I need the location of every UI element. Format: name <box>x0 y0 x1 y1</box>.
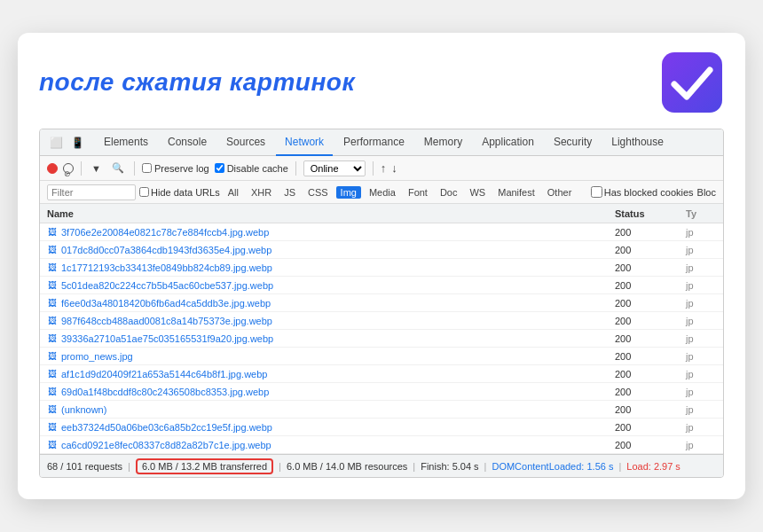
table-row[interactable]: 🖼(unknown)200jp <box>40 401 723 419</box>
devtools-table: Name Status Ty 🖼3f706e2e20084e0821c78c7e… <box>40 204 723 454</box>
tab-console[interactable]: Console <box>159 129 216 156</box>
row-type: jp <box>679 351 723 362</box>
row-thumbnail-icon: 🖼 <box>47 351 58 362</box>
row-filename: 1c17712193cb33413fe0849bb824cb89.jpg.web… <box>61 262 272 273</box>
row-type: jp <box>679 298 723 309</box>
row-thumbnail-icon: 🖼 <box>47 387 58 397</box>
filter-doc[interactable]: Doc <box>436 186 462 199</box>
preserve-log-checkbox[interactable] <box>142 163 152 173</box>
row-status: 200 <box>608 422 679 433</box>
disable-cache-text: Disable cache <box>227 163 288 174</box>
upload-icon[interactable]: ↑ <box>381 161 387 175</box>
row-filename: 987f648ccb488aad0081c8a14b75373e.jpg.web… <box>61 316 272 326</box>
table-body: 🖼3f706e2e20084e0821c78c7e884fccb4.jpg.we… <box>40 223 723 454</box>
table-row[interactable]: 🖼69d0a1f48bcddf8c80c2436508bc8353.jpg.we… <box>40 383 723 401</box>
filter-js[interactable]: JS <box>279 186 300 199</box>
tab-security[interactable]: Security <box>545 129 601 156</box>
filter-media[interactable]: Media <box>365 186 400 199</box>
hide-data-urls-checkbox[interactable] <box>139 187 149 197</box>
table-row[interactable]: 🖼af1c1d9d20409f21a653a5144c64b8f1.jpg.we… <box>40 365 723 383</box>
filter-input[interactable] <box>47 184 136 200</box>
tab-sources[interactable]: Sources <box>217 129 274 156</box>
tab-elements[interactable]: Elements <box>95 129 157 156</box>
filter-xhr[interactable]: XHR <box>247 186 276 199</box>
filter-other[interactable]: Other <box>543 186 577 199</box>
tab-memory[interactable]: Memory <box>415 129 471 156</box>
row-status: 200 <box>608 227 679 238</box>
preserve-log-text: Preserve log <box>154 163 209 174</box>
preserve-log-label[interactable]: Preserve log <box>142 163 209 174</box>
row-type: jp <box>679 369 723 379</box>
device-icon[interactable]: 📱 <box>68 134 86 152</box>
tab-lighthouse[interactable]: Lighthouse <box>602 129 673 156</box>
outer-container: после сжатия картинок ⬜ 📱 El <box>18 33 745 499</box>
row-status: 200 <box>608 387 679 397</box>
row-status: 200 <box>608 245 679 255</box>
has-blocked-cookies-checkbox[interactable] <box>591 186 602 198</box>
row-type: jp <box>679 404 723 415</box>
tab-network[interactable]: Network <box>276 129 333 156</box>
col-header-name: Name <box>40 208 608 219</box>
row-thumbnail-icon: 🖼 <box>47 369 58 379</box>
filter-ws[interactable]: WS <box>465 186 490 199</box>
tab-application[interactable]: Application <box>473 129 543 156</box>
table-row[interactable]: 🖼017dc8d0cc07a3864cdb1943fd3635e4.jpg.we… <box>40 241 723 259</box>
row-filename: af1c1d9d20409f21a653a5144c64b8f1.jpg.web… <box>61 369 267 379</box>
devtools-statusbar: 68 / 101 requests | 6.0 MB / 13.2 MB tra… <box>40 454 723 477</box>
clear-button[interactable]: ⊘ <box>63 163 74 174</box>
search-icon: 🔍 <box>112 162 124 174</box>
row-thumbnail-icon: 🖼 <box>47 262 58 273</box>
row-filename: f6ee0d3a48018420b6fb6ad4ca5ddb3e.jpg.web… <box>61 298 271 309</box>
status-sep-1: | <box>128 461 130 472</box>
table-row[interactable]: 🖼eeb37324d50a06be03c6a85b2cc19e5f.jpg.we… <box>40 419 723 436</box>
has-blocked-cookies-text: Has blocked cookies <box>604 187 694 198</box>
filter-manifest[interactable]: Manifest <box>493 186 539 199</box>
filter-img[interactable]: Img <box>336 186 361 199</box>
table-row[interactable]: 🖼987f648ccb488aad0081c8a14b75373e.jpg.we… <box>40 312 723 330</box>
row-filename: 5c01dea820c224cc7b5b45ac60cbe537.jpg.web… <box>61 280 273 291</box>
table-row[interactable]: 🖼f6ee0d3a48018420b6fb6ad4ca5ddb3e.jpg.we… <box>40 294 723 312</box>
status-transferred: 6.0 MB / 13.2 MB transferred <box>136 458 273 474</box>
search-icon-button[interactable]: 🔍 <box>109 161 127 175</box>
table-header: Name Status Ty <box>40 204 723 223</box>
table-row[interactable]: 🖼1c17712193cb33413fe0849bb824cb89.jpg.we… <box>40 259 723 277</box>
row-type: jp <box>679 422 723 433</box>
row-thumbnail-icon: 🖼 <box>47 404 58 415</box>
row-thumbnail-icon: 🖼 <box>47 422 58 433</box>
table-row[interactable]: 🖼promo_news.jpg200jp <box>40 348 723 365</box>
toolbar-sep-3 <box>295 161 296 176</box>
throttle-select[interactable]: Online Fast 3G Slow 3G Offline <box>303 160 366 176</box>
row-filename: eeb37324d50a06be03c6a85b2cc19e5f.jpg.web… <box>61 422 272 433</box>
row-filename: 69d0a1f48bcddf8c80c2436508bc8353.jpg.web… <box>61 387 269 397</box>
toolbar-sep-1 <box>81 161 82 176</box>
download-icon[interactable]: ↓ <box>391 161 397 175</box>
table-row[interactable]: 🖼5c01dea820c224cc7b5b45ac60cbe537.jpg.we… <box>40 277 723 294</box>
row-type: jp <box>679 262 723 273</box>
row-status: 200 <box>608 351 679 362</box>
record-button[interactable] <box>47 163 58 174</box>
tab-performance[interactable]: Performance <box>334 129 413 156</box>
status-requests: 68 / 101 requests <box>47 461 122 472</box>
row-status: 200 <box>608 440 679 450</box>
row-thumbnail-icon: 🖼 <box>47 440 58 450</box>
table-row[interactable]: 🖼39336a2710a51ae75c035165531f9a20.jpg.we… <box>40 330 723 348</box>
tab-icon-group: ⬜ 📱 <box>47 134 86 152</box>
inspect-icon[interactable]: ⬜ <box>47 134 65 152</box>
has-blocked-cookies-label[interactable]: Has blocked cookies <box>591 186 694 198</box>
toolbar-sep-4 <box>373 161 374 176</box>
row-thumbnail-icon: 🖼 <box>47 245 58 255</box>
table-row[interactable]: 🖼3f706e2e20084e0821c78c7e884fccb4.jpg.we… <box>40 223 723 241</box>
col-header-status: Status <box>608 208 679 219</box>
filter-css[interactable]: CSS <box>303 186 333 199</box>
row-type: jp <box>679 387 723 397</box>
status-finish: Finish: 5.04 s <box>421 461 478 472</box>
row-status: 200 <box>608 298 679 309</box>
table-row[interactable]: 🖼ca6cd0921e8fec08337c8d82a82b7c1e.jpg.we… <box>40 436 723 454</box>
disable-cache-label[interactable]: Disable cache <box>215 163 288 174</box>
filter-font[interactable]: Font <box>404 186 432 199</box>
filter-all[interactable]: All <box>224 186 243 199</box>
filter-icon-button[interactable]: ▼ <box>89 162 104 175</box>
disable-cache-checkbox[interactable] <box>215 163 224 173</box>
header-row: после сжатия картинок <box>39 51 724 114</box>
hide-data-urls-label[interactable]: Hide data URLs <box>139 187 220 198</box>
